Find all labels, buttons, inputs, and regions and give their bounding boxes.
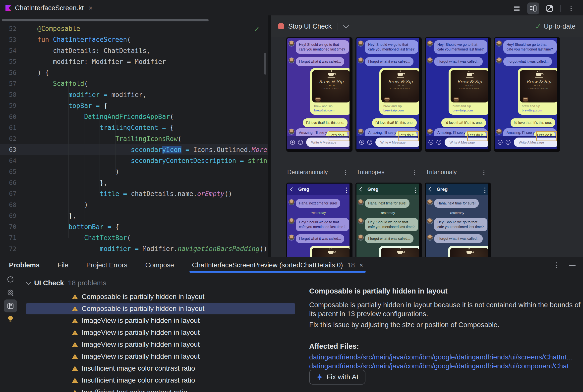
stop-ui-check-button[interactable]: Stop UI Check (288, 23, 332, 30)
code-line[interactable]: 72modifier = Modifier.navigationBarsPadd… (0, 243, 268, 254)
code-line[interactable]: 67title = chatDetails.name.orEmpty() (0, 188, 268, 199)
code-token: { (170, 124, 174, 131)
phone-preview[interactable]: Hey! Should we go to that cafe you menti… (356, 37, 422, 152)
add-icon[interactable] (497, 140, 503, 145)
problem-item[interactable]: ImageView is partially hidden in layout (26, 339, 295, 350)
card-site-link[interactable]: brew&sip.com (314, 108, 350, 112)
tab-file[interactable]: File (58, 262, 69, 269)
vertical-scrollbar[interactable] (264, 53, 266, 74)
code-line[interactable]: 56) { (0, 67, 268, 78)
card-site-link[interactable]: brew&sip.com (522, 108, 557, 112)
card-site-link[interactable]: brew&sip.com (383, 108, 419, 112)
chevron-down-icon[interactable] (26, 280, 31, 284)
code-line[interactable]: 71ChatTextBar( (0, 232, 268, 243)
problem-item[interactable]: Insufficient image color contrast ratio (26, 363, 295, 374)
back-icon[interactable] (429, 187, 433, 192)
tab-ui-check-preview[interactable]: ChatInterfaceScreenPreview (sortedChatDe… (192, 257, 363, 273)
code-line[interactable]: 52@Composable (0, 23, 268, 34)
code-view-icon[interactable] (511, 2, 523, 14)
preview-more-options-icon[interactable] (345, 169, 346, 176)
code-line[interactable]: 66}, (0, 177, 268, 188)
problems-group-header[interactable]: UI Check 18 problems (27, 279, 106, 287)
code-line[interactable]: 59topBar = { (0, 100, 268, 111)
code-token: fun (37, 36, 53, 43)
code-token: Icons.Outlined. (189, 146, 252, 154)
split-view-icon[interactable] (527, 2, 539, 14)
problem-item[interactable]: Insufficient image color contrast ratio (26, 374, 295, 386)
phone-preview[interactable]: Hey! Should we go to that cafe you menti… (425, 37, 491, 152)
editor-preview-splitter[interactable] (268, 16, 271, 257)
preview-more-options-icon[interactable] (483, 169, 484, 176)
tool-window-title[interactable]: Problems (9, 262, 40, 269)
more-options-icon[interactable] (565, 2, 577, 14)
line-number: 63 (0, 146, 17, 153)
code-line[interactable]: 55modifier: Modifier = Modifier (0, 56, 268, 67)
chat-more-options-icon[interactable] (346, 187, 347, 194)
preview-eye-icon[interactable] (4, 286, 17, 299)
code-line[interactable]: 70bottomBar = { (0, 221, 268, 232)
add-icon[interactable] (428, 140, 434, 145)
phone-preview[interactable]: GregHaha, next time for sure!YesterdayHe… (425, 182, 491, 257)
code-line[interactable]: 53fun ChatInterfaceScreen( (0, 34, 268, 45)
problem-item[interactable]: Insufficient text color contrast ratio (26, 386, 295, 392)
code-line[interactable]: 65) (0, 166, 268, 177)
add-icon[interactable] (359, 140, 364, 145)
problem-item[interactable]: Composable is partially hidden in layout (26, 291, 295, 302)
code-line[interactable]: 73onAddClick = {} (0, 254, 268, 257)
problem-item[interactable]: ImageView is partially hidden in layout (26, 315, 295, 326)
tab-project-errors[interactable]: Project Errors (86, 262, 127, 269)
affected-file-link[interactable]: datingandfriends/src/main/java/com/ibm/g… (309, 362, 574, 370)
code-line[interactable]: 63secondaryIcon = Icons.Outlined.More (0, 144, 268, 155)
code-line[interactable]: 64secondaryContentDescription = strin (0, 155, 268, 166)
code-line[interactable]: 62TrailingIconsRow( (0, 133, 268, 144)
chat-more-options-icon[interactable] (415, 187, 416, 194)
phone-preview[interactable]: GregHaha, next time for sure!YesterdayHe… (286, 182, 353, 257)
close-icon[interactable]: × (360, 262, 363, 269)
preview-canvas: Hey! Should we go to that cafe you menti… (271, 37, 583, 257)
avatar (427, 129, 433, 134)
code-token: chatDetails: ChatDetails, (53, 47, 150, 54)
code-line[interactable]: 58modifier = modifier, (0, 89, 268, 100)
stop-icon (278, 24, 284, 29)
code-line[interactable]: 69}, (0, 210, 268, 221)
more-options-icon[interactable] (556, 262, 557, 268)
emoji-icon[interactable] (505, 140, 511, 145)
code-line[interactable]: 68) (0, 199, 268, 210)
lightbulb-icon[interactable] (4, 312, 17, 325)
problem-item[interactable]: ImageView is partially hidden in layout (26, 327, 295, 338)
file-tab[interactable]: ChatInterfaceScreen.kt × (6, 3, 92, 13)
code-editor[interactable]: ✓ 52@Composable53fun ChatInterfaceScreen… (0, 16, 268, 257)
emoji-icon[interactable] (367, 140, 372, 145)
close-icon[interactable]: × (89, 5, 92, 11)
back-icon[interactable] (360, 187, 364, 192)
code-line[interactable]: 60DatingAndFriendsAppBar( (0, 111, 268, 122)
preview-more-options-icon[interactable] (414, 169, 415, 176)
ui-check-highlight-box (467, 131, 488, 141)
problem-item[interactable]: Composable is partially hidden in layout (26, 303, 295, 314)
emoji-icon[interactable] (436, 140, 442, 145)
tab-compose[interactable]: Compose (145, 262, 174, 269)
chat-more-options-icon[interactable] (484, 187, 485, 194)
phone-preview[interactable]: Hey! Should we go to that cafe you menti… (286, 37, 353, 152)
affected-file-link[interactable]: datingandfriends/src/main/java/com/ibm/g… (309, 353, 572, 361)
problem-item[interactable]: ImageView is partially hidden in layout (26, 351, 295, 362)
add-icon[interactable] (290, 140, 295, 145)
avatar (427, 200, 433, 205)
phone-preview[interactable]: GregHaha, next time for sure!YesterdayHe… (356, 182, 422, 257)
fix-with-ai-button[interactable]: Fix with AI (309, 370, 365, 384)
back-icon[interactable] (290, 187, 295, 192)
design-view-icon[interactable] (544, 2, 556, 14)
line-number: 66 (0, 179, 17, 186)
emoji-icon[interactable] (298, 140, 303, 145)
code-line[interactable]: 61trailingContent = { (0, 122, 268, 133)
check-icon: ✓ (535, 22, 541, 31)
card-site-link[interactable]: brew&sip.com (453, 108, 488, 112)
code-line[interactable]: 54chatDetails: ChatDetails, (0, 45, 268, 56)
minimize-icon[interactable] (569, 265, 575, 266)
refresh-icon[interactable] (4, 273, 17, 286)
code-line[interactable]: 57Scaffold( (0, 78, 268, 89)
chevron-down-icon[interactable] (343, 23, 349, 28)
details-panel-icon[interactable] (4, 300, 17, 312)
phone-preview[interactable]: Hey! Should we go to that cafe you menti… (494, 37, 560, 152)
horizontal-scrollbar[interactable] (2, 19, 209, 22)
